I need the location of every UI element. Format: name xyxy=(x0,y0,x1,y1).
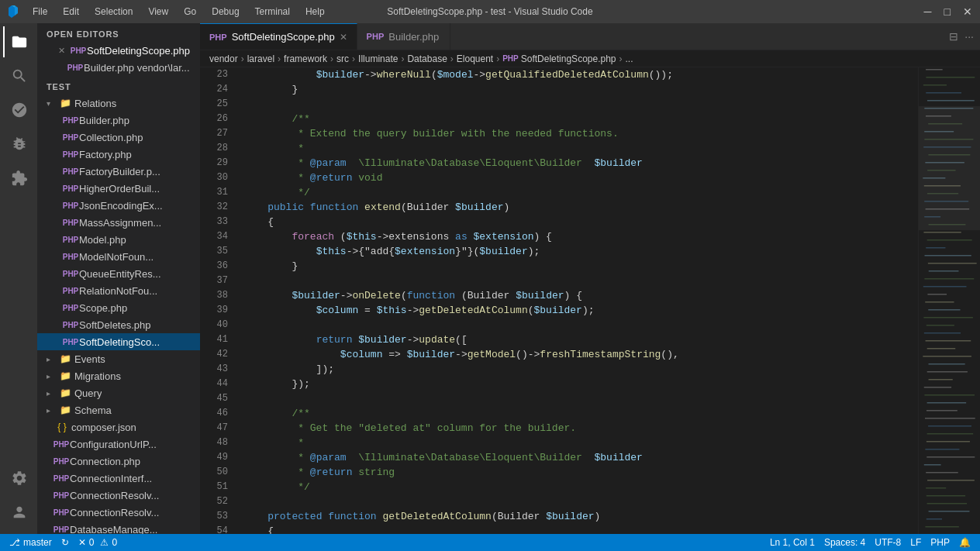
activity-debug[interactable] xyxy=(3,129,34,160)
file-label: QueueEntityRes... xyxy=(79,268,161,280)
window-controls: ─ □ ✕ xyxy=(924,5,972,18)
chevron-right-icon: ▸ xyxy=(47,406,56,415)
file-composer[interactable]: { } composer.json xyxy=(37,418,200,436)
folder-relations[interactable]: ▾ 📁 Relations xyxy=(37,95,200,112)
menu-terminal[interactable]: Terminal xyxy=(249,5,296,19)
activity-account[interactable] xyxy=(3,497,34,528)
code-line xyxy=(243,494,912,509)
breadcrumb-sep: › xyxy=(330,53,333,64)
folder-icon: 📁 xyxy=(59,370,71,382)
activity-settings[interactable] xyxy=(3,463,34,494)
file-connectionresolv1[interactable]: PHP ConnectionResolv... xyxy=(37,487,200,504)
folder-migrations[interactable]: ▸ 📁 Migrations xyxy=(37,367,200,384)
activity-git[interactable] xyxy=(3,95,34,126)
file-connection[interactable]: PHP Connection.php xyxy=(37,453,200,470)
tab-empty-space xyxy=(450,23,944,50)
code-line: * xyxy=(243,141,912,156)
errors-status[interactable]: ✕ 0 ⚠ 0 xyxy=(78,537,117,548)
split-editor-icon[interactable]: ⊟ xyxy=(949,30,958,43)
breadcrumb-eloquent[interactable]: Eloquent xyxy=(457,53,493,64)
more-actions-icon[interactable]: ··· xyxy=(964,30,974,43)
language-mode[interactable]: PHP xyxy=(930,537,950,548)
menu-view[interactable]: View xyxy=(142,5,174,19)
folder-query[interactable]: ▸ 📁 Query xyxy=(37,384,200,401)
breadcrumb-framework[interactable]: framework xyxy=(284,53,327,64)
breadcrumb-file[interactable]: PHP SoftDeletingScope.php xyxy=(502,53,616,64)
file-databasemanage[interactable]: PHP DatabaseManage... xyxy=(37,521,200,534)
file-jsonencoding[interactable]: PHP JsonEncodingEx... xyxy=(37,197,200,214)
file-collection[interactable]: PHP Collection.php xyxy=(37,129,200,146)
code-line: protected function getDeletedAtColumn(Bu… xyxy=(243,509,912,524)
open-editor-builder[interactable]: PHP Builder.php vendor\lar... xyxy=(37,59,200,76)
code-content[interactable]: $builder->whereNull($model->getQualified… xyxy=(237,67,918,534)
menu-selection[interactable]: Selection xyxy=(88,5,139,19)
file-connectioninterf[interactable]: PHP ConnectionInterf... xyxy=(37,470,200,487)
breadcrumb-src[interactable]: src xyxy=(336,53,349,64)
code-line: { xyxy=(243,524,912,534)
file-label: Scope.php xyxy=(79,302,127,314)
breadcrumb-vendor[interactable]: vendor xyxy=(209,53,238,64)
menu-edit[interactable]: Edit xyxy=(57,5,85,19)
title-bar: File Edit Selection View Go Debug Termin… xyxy=(0,0,980,23)
activity-explorer[interactable] xyxy=(3,26,34,57)
close-icon[interactable]: ✕ xyxy=(56,46,67,56)
git-branch[interactable]: ⎇ master xyxy=(9,537,52,548)
file-scope[interactable]: PHP Scope.php xyxy=(37,299,200,316)
file-label: HigherOrderBuil... xyxy=(79,183,160,195)
php-icon: PHP xyxy=(209,33,227,42)
tab-label: Builder.php xyxy=(388,31,439,43)
breadcrumb-laravel[interactable]: laravel xyxy=(247,53,274,64)
eol[interactable]: LF xyxy=(910,537,921,548)
encoding[interactable]: UTF-8 xyxy=(875,537,901,548)
menu-file[interactable]: File xyxy=(26,5,53,19)
folder-schema[interactable]: ▸ 📁 Schema xyxy=(37,401,200,418)
code-line: } xyxy=(243,259,912,274)
file-queueentity[interactable]: PHP QueueEntityRes... xyxy=(37,265,200,282)
php-icon: PHP xyxy=(65,268,76,279)
error-icon: ✕ xyxy=(78,537,86,548)
close-button[interactable]: ✕ xyxy=(963,5,972,18)
file-massassignment[interactable]: PHP MassAssignmen... xyxy=(37,214,200,231)
code-line: foreach ($this->extensions as $extension… xyxy=(243,229,912,244)
file-model[interactable]: PHP Model.php xyxy=(37,231,200,248)
minimize-button[interactable]: ─ xyxy=(924,5,932,18)
warning-count: 0 xyxy=(112,537,117,548)
menu-go[interactable]: Go xyxy=(178,5,202,19)
breadcrumb-illuminate[interactable]: Illuminate xyxy=(358,53,398,64)
menu-debug[interactable]: Debug xyxy=(205,5,245,19)
code-line: return $builder->update([ xyxy=(243,332,912,347)
activity-extensions[interactable] xyxy=(3,163,34,194)
file-label: SoftDeletes.php xyxy=(79,319,151,331)
file-connectionresolv2[interactable]: PHP ConnectionResolv... xyxy=(37,504,200,521)
file-builder[interactable]: PHP Builder.php xyxy=(37,112,200,129)
breadcrumb-database[interactable]: Database xyxy=(407,53,447,64)
test-header: TEST xyxy=(37,76,200,95)
php-icon: PHP xyxy=(367,32,385,41)
breadcrumb-more[interactable]: ... xyxy=(626,53,633,64)
bell-icon: 🔔 xyxy=(959,537,971,548)
notifications-bell[interactable]: 🔔 xyxy=(959,537,971,548)
php-icon: PHP xyxy=(56,507,67,518)
error-count: 0 xyxy=(89,537,95,548)
file-modelnotfound[interactable]: PHP ModelNotFoun... xyxy=(37,248,200,265)
folder-events[interactable]: ▸ 📁 Events xyxy=(37,350,200,367)
php-icon: PHP xyxy=(502,54,519,63)
maximize-button[interactable]: □ xyxy=(944,5,951,18)
file-factory[interactable]: PHP Factory.php xyxy=(37,146,200,163)
open-editor-softdeleting[interactable]: ✕ PHP SoftDeletingScope.php xyxy=(37,42,200,59)
cursor-position[interactable]: Ln 1, Col 1 xyxy=(770,537,815,548)
file-configurl[interactable]: PHP ConfigurationUrlP... xyxy=(37,436,200,453)
activity-search[interactable] xyxy=(3,60,34,91)
file-higherorder[interactable]: PHP HigherOrderBuil... xyxy=(37,180,200,197)
menu-help[interactable]: Help xyxy=(299,5,331,19)
indentation[interactable]: Spaces: 4 xyxy=(824,537,865,548)
file-factorybuilder[interactable]: PHP FactoryBuilder.p... xyxy=(37,163,200,180)
php-icon: PHP xyxy=(65,302,76,313)
file-softdeletingscope[interactable]: PHP SoftDeletingSco... xyxy=(37,333,200,350)
file-relationnot[interactable]: PHP RelationNotFou... xyxy=(37,282,200,299)
tab-close-icon[interactable]: ✕ xyxy=(340,32,347,43)
file-softdeletes[interactable]: PHP SoftDeletes.php xyxy=(37,316,200,333)
tab-softdeletingscope[interactable]: PHP SoftDeletingScope.php ✕ xyxy=(200,23,357,50)
sync-icon-status[interactable]: ↻ xyxy=(61,537,69,548)
tab-builder[interactable]: PHP Builder.php xyxy=(357,23,450,50)
